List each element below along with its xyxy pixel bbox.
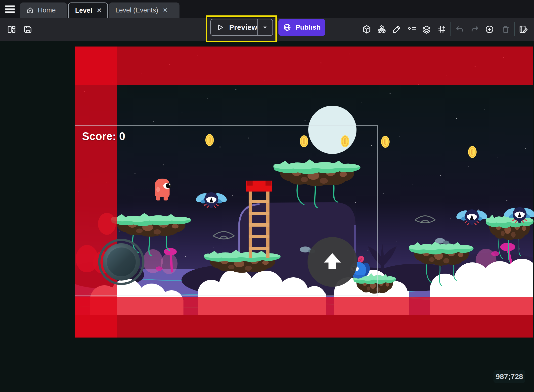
close-icon[interactable]: ✕	[162, 7, 168, 14]
red-overlay-instance[interactable]	[75, 47, 117, 338]
hamburger-menu-icon[interactable]	[5, 5, 15, 13]
tab-home[interactable]: Home	[20, 2, 67, 18]
coin-instance[interactable]	[300, 135, 309, 147]
tab-level-events[interactable]: Level (Events) ✕	[109, 2, 179, 18]
undo-icon[interactable]	[454, 24, 465, 35]
scene-layer	[0, 41, 534, 392]
chevron-down-icon	[262, 24, 268, 31]
tab-level[interactable]: Level ✕	[68, 2, 108, 18]
editor-toolbar: Preview Publish	[0, 18, 534, 41]
publish-button[interactable]: Publish	[278, 19, 325, 36]
bat-enemy-instance[interactable]	[503, 202, 534, 227]
home-icon	[26, 6, 34, 14]
coin-instance[interactable]	[341, 135, 350, 147]
tab-bar: Home Level ✕ Level (Events) ✕	[0, 0, 534, 18]
grid-icon[interactable]	[436, 24, 447, 35]
tab-home-label: Home	[38, 6, 56, 14]
red-overlay-instance[interactable]	[75, 297, 533, 338]
close-icon[interactable]: ✕	[96, 7, 102, 14]
events-sheet-icon[interactable]	[518, 24, 529, 35]
objects-cube-icon[interactable]	[361, 24, 372, 35]
preview-dropdown-button[interactable]	[258, 19, 272, 35]
object-properties-icon[interactable]	[406, 24, 417, 35]
scene-editor-canvas[interactable]: Score: 0 987;728	[0, 41, 534, 392]
bat-enemy-instance[interactable]	[456, 204, 488, 229]
instances-cubes-icon[interactable]	[376, 24, 387, 35]
pencil-icon[interactable]	[391, 24, 402, 35]
coin-instance[interactable]	[205, 134, 214, 146]
preview-button-label: Preview	[229, 23, 257, 32]
redo-icon[interactable]	[469, 24, 480, 35]
jump-button-instance[interactable]	[308, 237, 357, 287]
globe-icon	[283, 23, 291, 32]
coin-instance[interactable]	[468, 146, 477, 158]
preview-button[interactable]: Preview	[210, 19, 273, 36]
play-icon	[216, 23, 224, 31]
bat-enemy-instance[interactable]	[195, 187, 227, 212]
trash-icon[interactable]	[500, 24, 511, 35]
tab-level-events-label: Level (Events)	[115, 6, 158, 14]
layout-panels-icon[interactable]	[6, 24, 17, 35]
virtual-joystick-instance[interactable]	[98, 239, 144, 285]
ladder-instance[interactable]	[246, 181, 272, 258]
save-icon[interactable]	[22, 24, 33, 35]
cursor-coordinates-badge: 987;728	[493, 370, 525, 383]
publish-button-label: Publish	[295, 23, 320, 31]
layers-icon[interactable]	[421, 24, 432, 35]
player-instance[interactable]	[152, 177, 173, 201]
coin-instance[interactable]	[381, 136, 390, 148]
zoom-in-icon[interactable]	[484, 24, 495, 35]
red-overlay-instance[interactable]	[75, 47, 533, 85]
score-text-instance[interactable]: Score: 0	[82, 130, 125, 143]
tab-level-label: Level	[75, 7, 92, 14]
arrow-up-icon	[317, 247, 347, 277]
